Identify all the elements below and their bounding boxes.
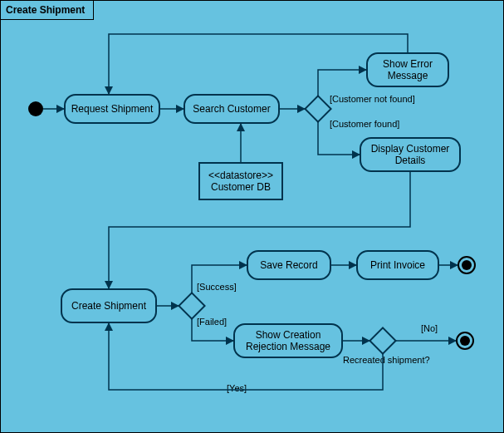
activity-label: Print Invoice	[370, 259, 425, 271]
datastore-customer-db: <<datastore>> Customer DB	[198, 162, 283, 200]
activity-label: Request Shipment	[71, 103, 154, 115]
guard-yes: [Yes]	[227, 383, 247, 393]
guard-not-found: [Customer not found]	[330, 94, 415, 104]
activity-display-customer: Display Customer Details	[360, 137, 461, 172]
decision-customer-found	[304, 95, 332, 123]
activity-create-shipment: Create Shipment	[61, 288, 157, 323]
decision-success	[178, 292, 206, 320]
activity-label: Show Creation Rejection Message	[240, 329, 336, 352]
activity-frame: Create Shipment Request Shipment Search …	[0, 0, 504, 433]
final-node-2	[456, 332, 474, 350]
guard-success: [Success]	[197, 282, 237, 292]
final-node-1	[458, 256, 476, 274]
activity-label: Create Shipment	[71, 300, 146, 312]
datastore-stereotype: <<datastore>>	[208, 170, 273, 181]
decision-question: Recreated shipment?	[343, 355, 430, 365]
activity-request-shipment: Request Shipment	[64, 94, 160, 124]
activity-print-invoice: Print Invoice	[356, 250, 439, 280]
activity-save-record: Save Record	[247, 250, 331, 280]
activity-label: Search Customer	[193, 103, 270, 115]
activity-label: Display Customer Details	[366, 143, 454, 166]
decision-recreate	[369, 327, 397, 355]
guard-no: [No]	[421, 323, 438, 333]
activity-label: Save Record	[260, 259, 317, 271]
activity-show-rejection: Show Creation Rejection Message	[233, 323, 343, 358]
datastore-label: Customer DB	[211, 181, 271, 193]
activity-show-error: Show Error Message	[366, 52, 449, 87]
activity-search-customer: Search Customer	[183, 94, 280, 124]
frame-title: Create Shipment	[1, 1, 94, 20]
activity-label: Show Error Message	[373, 58, 443, 81]
initial-node	[28, 101, 43, 116]
guard-found: [Customer found]	[330, 119, 399, 129]
guard-failed: [Failed]	[197, 317, 227, 327]
